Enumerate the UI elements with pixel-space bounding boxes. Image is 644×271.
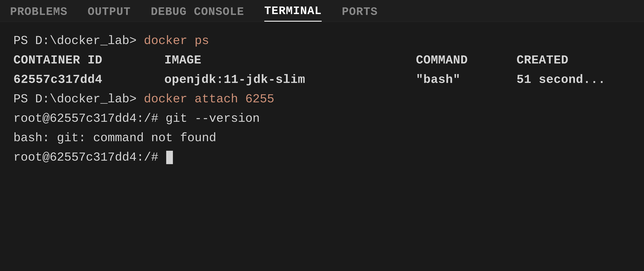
- tab-terminal[interactable]: TERMINAL: [264, 4, 322, 22]
- cursor: [166, 151, 173, 164]
- cell-command: "bash": [416, 71, 516, 89]
- terminal-line-6: bash: git: command not found: [14, 129, 630, 147]
- table-row-1: 62557c317dd4 openjdk:11-jdk-slim "bash" …: [14, 71, 630, 89]
- col-header-image: IMAGE: [164, 51, 416, 69]
- col-header-created: CREATED: [516, 51, 584, 69]
- table-header: CONTAINER ID IMAGE COMMAND CREATED: [14, 51, 630, 69]
- prompt-command-1: docker ps: [144, 34, 209, 48]
- terminal-content[interactable]: PS D:\docker_lab> docker ps CONTAINER ID…: [0, 22, 644, 271]
- vscode-panel: PROBLEMS OUTPUT DEBUG CONSOLE TERMINAL P…: [0, 0, 644, 271]
- terminal-line-7: root@62557c317dd4:/#: [14, 148, 630, 167]
- terminal-line-1: PS D:\docker_lab> docker ps: [14, 32, 630, 50]
- cell-image: openjdk:11-jdk-slim: [164, 71, 416, 89]
- tab-problems[interactable]: PROBLEMS: [10, 5, 68, 22]
- tab-bar: PROBLEMS OUTPUT DEBUG CONSOLE TERMINAL P…: [0, 0, 644, 22]
- final-prompt: root@62557c317dd4:/#: [14, 151, 166, 164]
- tab-debug-console[interactable]: DEBUG CONSOLE: [151, 5, 244, 22]
- col-header-command: COMMAND: [416, 51, 516, 69]
- terminal-line-5: root@62557c317dd4:/# git --version: [14, 110, 630, 128]
- terminal-line-4: PS D:\docker_lab> docker attach 6255: [14, 90, 630, 108]
- col-header-container-id: CONTAINER ID: [14, 51, 164, 69]
- tab-ports[interactable]: PORTS: [342, 5, 378, 22]
- prompt-prefix-4: PS D:\docker_lab>: [14, 92, 144, 106]
- cell-container-id: 62557c317dd4: [14, 71, 164, 89]
- prompt-prefix-1: PS D:\docker_lab>: [14, 34, 144, 48]
- prompt-command-4: docker attach 6255: [144, 92, 274, 106]
- cell-created: 51 second...: [516, 71, 606, 89]
- tab-output[interactable]: OUTPUT: [88, 5, 131, 22]
